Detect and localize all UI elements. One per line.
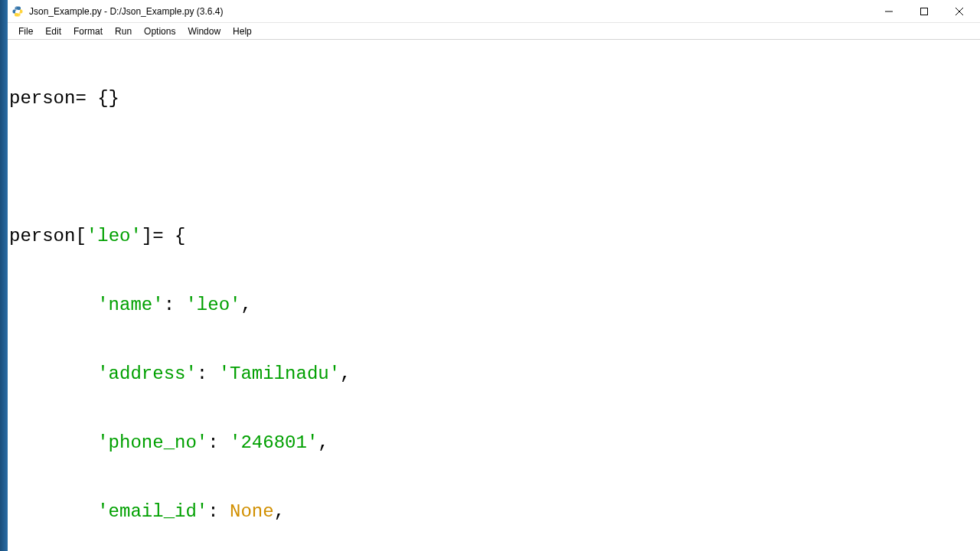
code-editor[interactable]: person= {} person['leo']= { 'name': 'leo… (8, 40, 980, 551)
menu-file[interactable]: File (12, 24, 39, 38)
python-icon (11, 5, 24, 18)
idle-window: Json_Example.py - D:/Json_Example.py (3.… (8, 0, 980, 551)
code-line: person= {} (8, 87, 980, 110)
code-line (8, 156, 980, 179)
svg-point-1 (18, 15, 19, 15)
code-line: 'phone_no': '246801', (8, 432, 980, 455)
maximize-button[interactable] (906, 0, 942, 23)
titlebar[interactable]: Json_Example.py - D:/Json_Example.py (3.… (8, 0, 980, 23)
svg-point-0 (15, 7, 16, 8)
menu-help[interactable]: Help (227, 24, 258, 38)
close-button[interactable] (942, 0, 977, 23)
menu-window[interactable]: Window (181, 24, 227, 38)
window-title: Json_Example.py - D:/Json_Example.py (3.… (29, 6, 871, 17)
svg-rect-3 (921, 8, 928, 15)
minimize-button[interactable] (871, 0, 906, 23)
menu-options[interactable]: Options (138, 24, 181, 38)
window-controls (871, 0, 977, 23)
desktop-edge (0, 0, 8, 551)
code-line: 'name': 'leo', (8, 294, 980, 317)
menu-run[interactable]: Run (109, 24, 138, 38)
code-line: 'address': 'Tamilnadu', (8, 363, 980, 386)
menu-edit[interactable]: Edit (39, 24, 67, 38)
code-line: person['leo']= { (8, 225, 980, 248)
menubar: File Edit Format Run Options Window Help (8, 23, 980, 40)
code-line: 'email_id': None, (8, 500, 980, 523)
menu-format[interactable]: Format (67, 24, 109, 38)
